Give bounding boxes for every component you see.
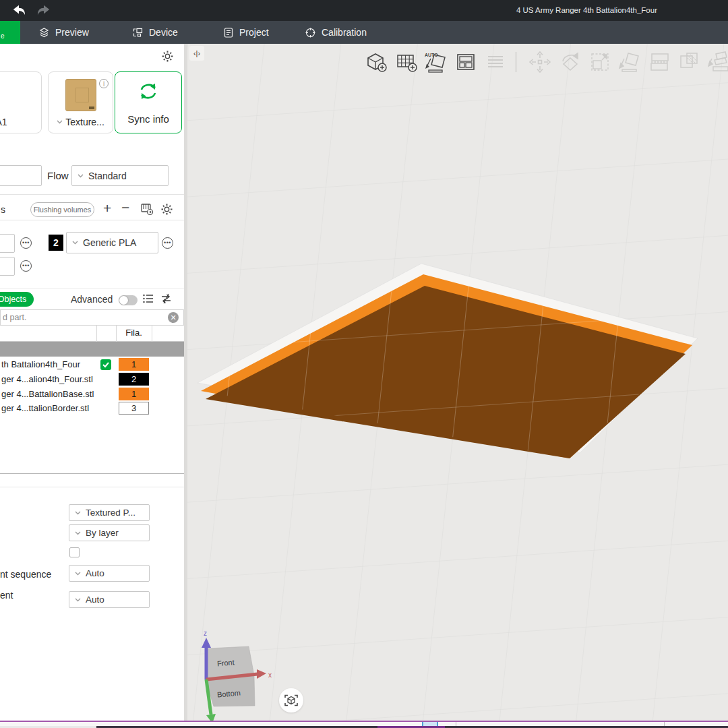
chevron-down-icon — [75, 531, 81, 535]
filament-3-menu-button[interactable]: ••• — [20, 260, 32, 272]
advanced-label: Advanced — [71, 294, 113, 305]
tab-project[interactable]: Project — [223, 21, 269, 44]
checkbox-checked[interactable] — [100, 359, 111, 370]
add-object-icon[interactable] — [363, 49, 388, 75]
divider — [0, 220, 184, 220]
left-sidebar: A1 i Texture... Sync info Flow Standard … — [0, 44, 184, 723]
ent-label: ent — [0, 590, 13, 601]
scale-icon[interactable] — [587, 49, 613, 75]
printer-name: A1 — [0, 117, 7, 127]
sync-icon — [137, 81, 160, 102]
chevron-down-icon — [75, 572, 81, 576]
print-sequence-label: nt sequence — [0, 569, 51, 580]
back-icon[interactable] — [11, 3, 26, 17]
tab-calibration[interactable]: Calibration — [305, 21, 367, 44]
project-icon — [223, 27, 234, 38]
preview-layers-icon — [38, 27, 50, 38]
title-bar: 4 US Army Ranger 4th Battalion4th_Four — [0, 0, 728, 21]
search-input[interactable]: d part. — [0, 309, 184, 326]
selected-plate-row[interactable] — [0, 342, 184, 357]
plate-type-dropdown[interactable]: Textured P... — [69, 504, 150, 521]
fila-column-header: Fila. — [116, 328, 152, 338]
flow-dropdown[interactable]: Standard — [71, 165, 169, 186]
plate-type-card[interactable]: i Texture... — [48, 71, 113, 133]
divider — [0, 194, 184, 195]
collapse-panel-button[interactable]: ‹|› — [189, 46, 204, 61]
flushing-volumes-button[interactable]: Flushing volumes — [30, 202, 94, 217]
svg-text:z: z — [204, 630, 207, 637]
fit-view-button[interactable] — [279, 688, 303, 712]
split-view-icon[interactable] — [453, 49, 479, 75]
table-row[interactable]: ger 4...alion4th_Four.stl 2 — [0, 372, 184, 387]
checkbox-unchecked[interactable] — [69, 547, 80, 557]
filament-badge[interactable]: 3 — [119, 402, 149, 415]
rotate-icon[interactable] — [557, 49, 583, 75]
tab-prepare-active[interactable]: e — [0, 21, 20, 44]
filament-2-dropdown[interactable]: Generic PLA — [66, 232, 158, 253]
filament-1-color-box[interactable] — [0, 234, 15, 253]
tab-device-label: Device — [149, 27, 178, 38]
fit-cube-icon — [284, 693, 299, 708]
move-icon[interactable] — [527, 49, 553, 75]
clear-search-icon[interactable]: ✕ — [168, 312, 179, 323]
filament-1-menu-button[interactable]: ••• — [20, 237, 32, 249]
search-text: d part. — [3, 313, 26, 322]
printer-settings-gear-icon[interactable] — [161, 50, 174, 63]
by-layer-dropdown[interactable]: By layer — [69, 524, 150, 541]
list-view-icon[interactable] — [142, 293, 154, 305]
assemble-icon[interactable] — [706, 49, 728, 75]
chevron-down-icon — [78, 174, 84, 178]
device-icon — [132, 27, 144, 38]
tab-preview[interactable]: Preview — [38, 21, 89, 44]
chevron-down-icon — [72, 241, 78, 245]
chevron-down-icon — [75, 598, 81, 602]
divider — [0, 288, 184, 289]
layer-list-icon[interactable] — [483, 49, 508, 75]
forward-icon[interactable] — [36, 3, 51, 17]
advanced-toggle[interactable] — [119, 295, 138, 305]
toolbar-separator — [516, 52, 516, 72]
table-row[interactable]: ger 4...BattalionBase.stl 1 — [0, 387, 184, 402]
auto-arrange-icon[interactable]: AUTO — [423, 49, 448, 75]
divider — [0, 487, 184, 487]
printer-card[interactable]: A1 — [0, 71, 42, 133]
svg-text:Front: Front — [217, 658, 235, 667]
table-row[interactable]: ger 4...ttalionBorder.stl 3 — [0, 401, 184, 416]
textured-plate-image — [65, 79, 96, 111]
sort-arrows-icon[interactable] — [160, 293, 173, 305]
filament-2-menu-button[interactable]: ••• — [162, 237, 173, 249]
viewport-3d[interactable]: Front Bottom z x y ‹|› AUTO — [187, 44, 728, 723]
ent-dropdown[interactable]: Auto — [69, 591, 150, 608]
divider — [0, 473, 184, 474]
ams-sync-icon[interactable] — [140, 203, 154, 216]
filament-section-label: s — [1, 204, 5, 215]
window-title: 4 US Army Ranger 4th Battalion4th_Four — [516, 6, 657, 14]
sync-info-label: Sync info — [127, 113, 169, 125]
cut-icon[interactable] — [646, 49, 672, 75]
tab-project-label: Project — [239, 27, 269, 38]
filament-badge[interactable]: 1 — [119, 388, 149, 400]
table-row[interactable]: th Battalion4th_Four 1 — [0, 357, 184, 372]
filament-settings-gear-icon[interactable] — [160, 203, 173, 216]
filament-3-color-box[interactable] — [0, 257, 15, 276]
tab-preview-label: Preview — [55, 27, 89, 38]
add-plate-icon[interactable] — [393, 49, 419, 75]
chevron-down-icon — [57, 120, 63, 124]
object-table-header — [0, 326, 184, 342]
objects-tab-pill[interactable]: Objects — [0, 292, 34, 307]
sync-info-button[interactable]: Sync info — [115, 71, 182, 133]
nozzle-field[interactable] — [0, 165, 42, 186]
add-filament-button[interactable]: + — [103, 202, 111, 215]
filament-badge[interactable]: 2 — [119, 373, 149, 386]
remove-filament-button[interactable]: − — [121, 201, 129, 214]
svg-text:x: x — [268, 671, 272, 679]
print-sequence-dropdown[interactable]: Auto — [69, 565, 150, 582]
calibration-icon — [305, 27, 316, 38]
place-on-face-icon[interactable] — [617, 49, 642, 75]
filament-2-id-badge: 2 — [49, 235, 63, 251]
boolean-icon[interactable] — [676, 49, 702, 75]
plate-info-icon[interactable]: i — [99, 79, 109, 88]
filament-badge[interactable]: 1 — [119, 358, 149, 371]
tab-device[interactable]: Device — [132, 21, 178, 44]
plate-type-label: Texture... — [65, 117, 104, 127]
